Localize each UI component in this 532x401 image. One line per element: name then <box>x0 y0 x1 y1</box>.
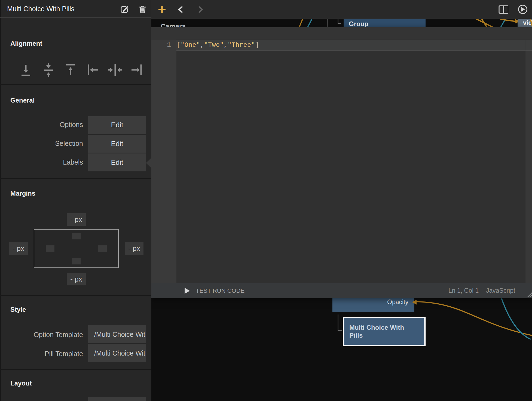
svg-text:Group: Group <box>349 20 368 27</box>
svg-text:Multi Choice With: Multi Choice With <box>349 324 404 331</box>
svg-text:Opacity: Opacity <box>387 298 408 306</box>
svg-text:Pills: Pills <box>349 332 363 339</box>
